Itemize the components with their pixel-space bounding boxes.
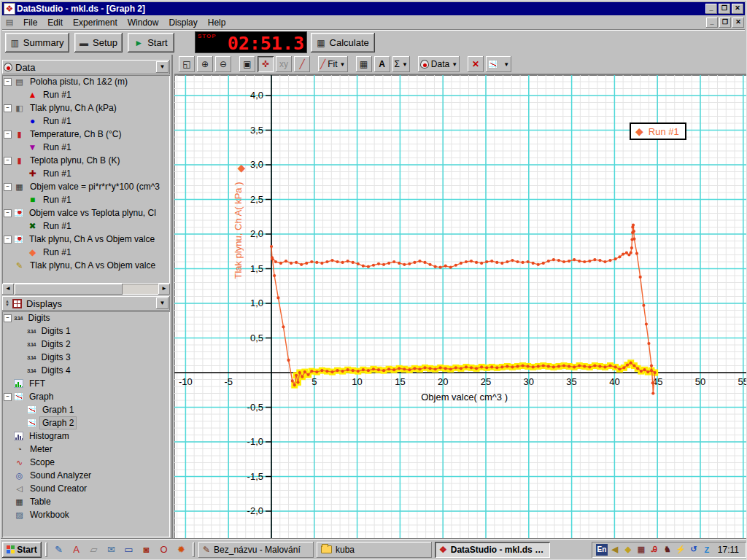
setup-button[interactable]: ▬ Setup	[74, 33, 123, 52]
quicklaunch-media-icon[interactable]: ◙	[139, 542, 154, 557]
menu-edit[interactable]: Edit	[42, 16, 68, 29]
task-button[interactable]: ❖DataStudio - mkl.ds - ...	[435, 542, 550, 558]
display-tree-item[interactable]: Graph 2	[2, 416, 170, 429]
graph-settings-button[interactable]: ▼	[486, 56, 511, 72]
quicklaunch-opera-icon[interactable]: O	[156, 542, 171, 557]
display-tree-item[interactable]: ∿Scope	[2, 456, 170, 469]
quicklaunch-mail-icon[interactable]: ✉	[104, 542, 119, 557]
slope-tool-button[interactable]: ╱	[294, 56, 310, 72]
menu-display[interactable]: Display	[163, 16, 202, 29]
display-tree-item[interactable]: ◔Meter	[2, 443, 170, 456]
data-tree-item[interactable]: −▮Teplota plynu, Ch B (K)	[2, 154, 170, 167]
display-tree-item[interactable]: Histogram	[2, 429, 170, 443]
scroll-right-arrow[interactable]: ►	[158, 284, 170, 295]
tray-shield-icon[interactable]: ◈	[622, 544, 634, 556]
display-tree-item[interactable]: 3.14Digits 2	[2, 338, 170, 351]
quicklaunch-notes-icon[interactable]: ✎	[51, 542, 66, 557]
data-menu-button[interactable]: Data▼	[418, 56, 460, 72]
menu-help[interactable]: Help	[203, 16, 231, 29]
tray-volume-icon[interactable]: ◀	[609, 544, 621, 556]
plot-area[interactable]: -10-55101520253035404550554,03,53,02,52,…	[174, 75, 747, 540]
data-tree-item[interactable]: −▮Temperature, Ch B (°C)	[2, 128, 170, 141]
data-tree-run-item[interactable]: ◆Run #1	[2, 246, 170, 259]
quicklaunch-fire-icon[interactable]: ✹	[174, 542, 189, 557]
data-tree-hscrollbar[interactable]: ◄ ►	[2, 284, 170, 295]
quicklaunch-desktop-icon[interactable]: ▱	[86, 542, 101, 557]
data-panel-header[interactable]: Data ▼	[2, 60, 170, 74]
task-button[interactable]: ✎Bez_názvu - Malování	[198, 542, 314, 558]
data-tree-run-item[interactable]: ■Run #1	[2, 193, 170, 206]
tray-power-icon[interactable]: ⚡	[675, 544, 686, 556]
data-tree-run-item[interactable]: ●Run #1	[2, 114, 170, 128]
tray-agent-icon[interactable]: ♞	[662, 544, 673, 556]
data-tree-run-item[interactable]: ✚Run #1	[2, 167, 170, 180]
zoom-out-button[interactable]: ⊖	[215, 56, 231, 72]
displays-panel-dropdown-button[interactable]: ▼	[156, 298, 169, 309]
data-tree-run-item[interactable]: ▲Run #1	[2, 88, 170, 101]
display-tree-item[interactable]: ▦Table	[2, 495, 170, 508]
tree-collapse-icon[interactable]: −	[4, 105, 11, 112]
data-tree-run-item[interactable]: ▼Run #1	[2, 141, 170, 154]
close-button[interactable]: ✕	[732, 4, 743, 14]
calculate-tool-button[interactable]: ▦	[356, 56, 372, 72]
display-tree-item[interactable]: FFT	[2, 377, 170, 390]
data-tree-item[interactable]: −▦Objem valce = pi*r*r*y*100 (cm^3	[2, 180, 170, 193]
scale-to-fit-button[interactable]: ◱	[179, 56, 195, 72]
fit-menu-button[interactable]: ╱Fit▼	[318, 56, 348, 72]
scroll-thumb[interactable]	[15, 284, 123, 295]
data-tree-item[interactable]: −Tlak plynu, Ch A vs Objem valce	[2, 233, 170, 246]
statistics-button[interactable]: Σ▼	[392, 56, 410, 72]
tree-collapse-icon[interactable]: −	[4, 210, 11, 217]
data-tree-item[interactable]: −▤Poloha pistu, Ch 1&2 (m)	[2, 75, 170, 88]
delete-button[interactable]: ✕	[468, 56, 484, 72]
display-tree-item[interactable]: ▨Workbook	[2, 508, 170, 521]
display-tree-item[interactable]: ◎Sound Analyzer	[2, 469, 170, 482]
start-menu-button[interactable]: Start	[2, 542, 42, 558]
data-tree-item[interactable]: −◧Tlak plynu, Ch A (kPa)	[2, 101, 170, 114]
tray-ati-icon[interactable]: Ꭿ	[649, 544, 660, 556]
smart-tool-button[interactable]: ✜	[258, 56, 274, 72]
legend-box[interactable]: ◆Run #1	[630, 122, 686, 140]
zoom-in-button[interactable]: ⊕	[197, 56, 213, 72]
quicklaunch-acrobat-icon[interactable]: A	[69, 542, 84, 557]
display-tree-item[interactable]: −Graph	[2, 390, 170, 403]
displays-panel-header[interactable]: ▲▼ Displays ▼	[2, 296, 170, 311]
calculate-button[interactable]: ▦ Calculate	[311, 33, 375, 52]
display-tree-item[interactable]: 3.14Digits 1	[2, 324, 170, 338]
scroll-left-arrow[interactable]: ◄	[2, 284, 14, 295]
menu-file[interactable]: File	[18, 16, 42, 29]
display-tree-item[interactable]: −3.14Digits	[2, 311, 170, 324]
display-tree-item[interactable]: 3.14Digits 4	[2, 364, 170, 377]
title-bar[interactable]: ❖ DataStudio - mkl.ds - [Graph 2] _ ❐ ✕	[2, 2, 745, 15]
tray-language-indicator[interactable]: En	[596, 544, 608, 556]
tree-collapse-icon[interactable]: −	[4, 236, 11, 243]
data-tree-item[interactable]: ✎Tlak plynu, Ch A vs Objem valce	[2, 259, 170, 272]
display-tree-item[interactable]: 3.14Digits 3	[2, 351, 170, 364]
display-tree-item[interactable]: Graph 1	[2, 403, 170, 416]
text-tool-button[interactable]: A	[374, 56, 390, 72]
tray-connect-icon[interactable]: Z	[701, 544, 713, 556]
tree-collapse-icon[interactable]: −	[4, 315, 11, 322]
tree-collapse-icon[interactable]: −	[4, 394, 11, 400]
tree-collapse-icon[interactable]: −	[4, 79, 11, 85]
child-close-button[interactable]: ✕	[732, 18, 744, 28]
data-panel-dropdown-button[interactable]: ▼	[156, 61, 169, 73]
task-button[interactable]: kuba	[317, 542, 432, 558]
tray-scheduler-icon[interactable]: ▦	[635, 544, 647, 556]
quicklaunch-console-icon[interactable]: ▭	[121, 542, 136, 557]
restore-button[interactable]: ❐	[719, 4, 730, 14]
menu-window[interactable]: Window	[123, 16, 164, 29]
summary-button[interactable]: ▥ Summary	[5, 33, 69, 52]
minimize-button[interactable]: _	[705, 4, 717, 14]
child-minimize-button[interactable]: _	[706, 18, 718, 28]
data-tree-run-item[interactable]: ✖Run #1	[2, 219, 170, 233]
panel-resize-handle[interactable]: ▲▼	[4, 300, 11, 307]
display-tree-item[interactable]: ◁Sound Creator	[2, 482, 170, 495]
child-restore-button[interactable]: ❐	[719, 18, 731, 28]
tree-collapse-icon[interactable]: −	[4, 131, 11, 138]
tree-collapse-icon[interactable]: −	[4, 158, 11, 164]
start-button[interactable]: ► Start	[128, 33, 174, 52]
tree-collapse-icon[interactable]: −	[4, 184, 11, 190]
data-tree-item[interactable]: −Objem valce vs Teplota plynu, Cl	[2, 206, 170, 219]
menu-experiment[interactable]: Experiment	[68, 16, 123, 29]
